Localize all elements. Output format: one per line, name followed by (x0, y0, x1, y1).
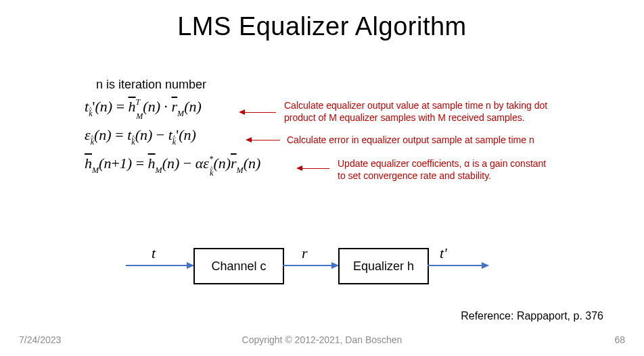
iteration-note: n is iteration number (96, 78, 206, 92)
signal-r-label: r (302, 245, 308, 262)
slide-footer: 7/24/2023 Copyright © 2012-2021, Dan Bos… (0, 334, 644, 349)
note-output: Calculate equalizer output value at samp… (284, 100, 568, 124)
equation-block: tk'(n) = hTM(n) · rM(n) εk(n) = tk(n) − … (85, 98, 260, 183)
arrow-icon (296, 166, 302, 171)
page-title: LMS Equalizer Algorithm (0, 12, 644, 41)
arrow-head-icon (482, 262, 489, 269)
signal-arrow (126, 265, 193, 266)
equalizer-label: Equalizer h (353, 259, 414, 274)
arrow-icon (239, 109, 245, 115)
arrow-icon (252, 140, 280, 141)
note-error: Calculate error in equalizer output samp… (287, 134, 571, 147)
block-diagram: t Channel c r Equalizer h t' (0, 236, 644, 304)
note-update: Update equalizer coefficients, α is a ga… (338, 158, 554, 182)
arrow-icon (246, 137, 252, 143)
footer-page-number: 68 (614, 334, 625, 345)
signal-arrow (428, 265, 488, 266)
signal-t-label: t (152, 245, 156, 262)
signal-tprime-label: t' (440, 245, 447, 262)
equation-update: hM(n+1) = hM(n) − αε*k(n)rM(n) (85, 155, 260, 183)
equation-error: εk(n) = tk(n) − tk'(n) (85, 126, 260, 155)
reference-text: Reference: Rappaport, p. 376 (461, 310, 603, 322)
signal-arrow (283, 265, 338, 266)
channel-label: Channel c (211, 259, 266, 274)
equalizer-block: Equalizer h (338, 248, 429, 284)
arrow-icon (302, 168, 329, 169)
channel-block: Channel c (193, 248, 284, 284)
equation-output: tk'(n) = hTM(n) · rM(n) (85, 98, 260, 126)
footer-copyright: Copyright © 2012-2021, Dan Boschen (0, 334, 644, 345)
arrow-icon (245, 112, 276, 113)
